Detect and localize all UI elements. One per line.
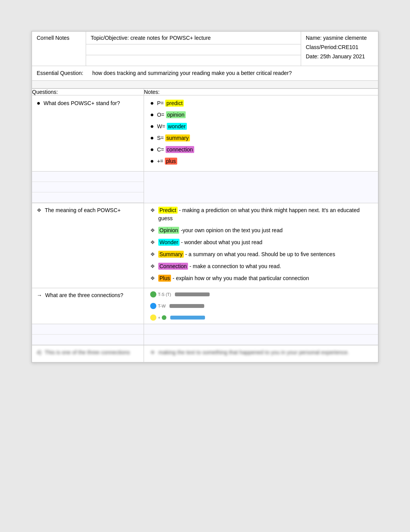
spacer — [32, 81, 378, 88]
q1-bullet: ● — [37, 99, 41, 108]
q3-text: What are the three connections? — [45, 291, 123, 299]
meaning-predict-hl: Predict — [158, 207, 178, 214]
class-text: Class/Period:CRE101 — [306, 44, 373, 50]
meaning-connection-hl: Connection — [158, 263, 188, 270]
powsc-s: ● S= summary — [150, 133, 372, 143]
blank-row-1n — [144, 172, 378, 203]
question-4-cell: 4) This is one of the three connections — [32, 345, 144, 362]
highlight-connection: connection — [166, 146, 194, 153]
highlight-summary: summary — [165, 134, 190, 141]
meaning-summary-hl: Summary — [158, 251, 184, 258]
meaning-opinion-hl: Opinion — [158, 227, 179, 234]
q4-blurred: 4) This is one of the three connections — [32, 345, 144, 362]
conn-2-area: T-W — [150, 303, 166, 309]
conn-1-bar — [175, 292, 210, 296]
question-2-cell: ❖ The meaning of each POWSC+ — [32, 203, 144, 288]
q2-item: ❖ The meaning of each POWSC+ — [37, 206, 139, 214]
conn-3-dot-g — [162, 315, 166, 320]
conn-1-dot — [150, 291, 156, 297]
notes-3-cell: T-S (T) T-W — [144, 288, 378, 324]
page: Cornell Notes Topic/Objective: create no… — [31, 31, 379, 363]
meaning-predict: ❖ Predict - making a prediction on what … — [150, 206, 372, 223]
notes4-text: making the text to something that happen… — [158, 348, 349, 357]
conn-2-dot — [150, 303, 156, 309]
header-table: Cornell Notes Topic/Objective: create no… — [32, 31, 378, 66]
notes-1-cell: ● P= predict ● O= opinion ● W= wonder — [144, 95, 378, 172]
notes-header: Notes: — [144, 89, 378, 95]
header-row3 — [86, 55, 301, 66]
highlight-plus: plus — [165, 158, 177, 165]
blank-rows-q3 — [32, 324, 144, 345]
topic-cell: Topic/Objective: create notes for POWSC+… — [86, 32, 301, 44]
conn-row-3: + — [150, 314, 372, 321]
topic-text: Topic/Objective: create notes for POWSC+… — [91, 35, 211, 41]
conn-3-bar — [170, 316, 205, 320]
notes4-blurred: ❖ making the text to something that happ… — [144, 345, 378, 362]
conn-3-dot-y — [150, 314, 156, 321]
conn-1-area: T-S (T) — [150, 291, 171, 297]
date-text: Date: 25th January 2021 — [306, 53, 373, 59]
main-table: Questions: Notes: ● What does POWSC+ sta… — [32, 88, 378, 362]
powsc-c: ● C= connection — [150, 145, 372, 154]
notes-4-cell: ❖ making the text to something that happ… — [144, 345, 378, 362]
connections-visual: T-S (T) T-W — [144, 288, 378, 324]
meaning-plus: ❖ Plus - explain how or why you made tha… — [150, 274, 372, 282]
q1-text: What does POWSC+ stand for? — [44, 99, 120, 107]
question-1-cell: ● What does POWSC+ stand for? — [32, 95, 144, 172]
conn-row-2: T-W — [150, 303, 372, 309]
cornell-notes-label: Cornell Notes — [32, 32, 86, 66]
meaning-summary: ❖ Summary - a summary on what you read. … — [150, 250, 372, 258]
meaning-connection: ❖ Connection - make a connection to what… — [150, 262, 372, 270]
notes-2-cell: ❖ Predict - making a prediction on what … — [144, 203, 378, 288]
q4-text: This is one of the three connections — [44, 348, 130, 357]
meanings-list: ❖ Predict - making a prediction on what … — [144, 203, 378, 288]
conn-2-bar — [169, 304, 204, 308]
q1-item: ● What does POWSC+ stand for? — [37, 99, 139, 108]
highlight-opinion: opinion — [166, 111, 186, 118]
conn-3-area: + — [150, 314, 166, 321]
meaning-opinion: ❖ Opinion -your own opinion on the text … — [150, 226, 372, 235]
question-3-cell: → What are the three connections? — [32, 288, 144, 324]
header-row2 — [86, 44, 301, 55]
powsc-list: ● P= predict ● O= opinion ● W= wonder — [144, 95, 378, 171]
blank-row-1q — [32, 172, 144, 203]
meaning-wonder: ❖ Wonder - wonder about what you just re… — [150, 238, 372, 246]
info-cell: Name: yasmine clemente Class/Period:CRE1… — [301, 32, 378, 66]
meaning-wonder-hl: Wonder — [158, 239, 180, 246]
essential-q-label: Essential Question: — [37, 70, 83, 76]
powsc-w: ● W= wonder — [150, 122, 372, 131]
essential-q-text: how does tracking and summarizing your r… — [92, 70, 292, 76]
name-text: Name: yasmine clemente — [306, 35, 373, 41]
powsc-p: ● P= predict — [150, 99, 372, 108]
questions-header: Questions: — [32, 89, 144, 95]
highlight-wonder: wonder — [167, 123, 187, 130]
blank-rows-n3 — [144, 324, 378, 345]
conn-row-1: T-S (T) — [150, 291, 372, 297]
essential-question: Essential Question: how does tracking an… — [32, 66, 378, 81]
q3-item: → What are the three connections? — [37, 291, 139, 299]
meaning-plus-hl: Plus — [158, 275, 171, 282]
powsc-o: ● O= opinion — [150, 110, 372, 119]
highlight-predict: predict — [165, 100, 184, 107]
q2-text: The meaning of each POWSC+ — [45, 206, 121, 214]
powsc-plus: ● += plus — [150, 156, 372, 166]
